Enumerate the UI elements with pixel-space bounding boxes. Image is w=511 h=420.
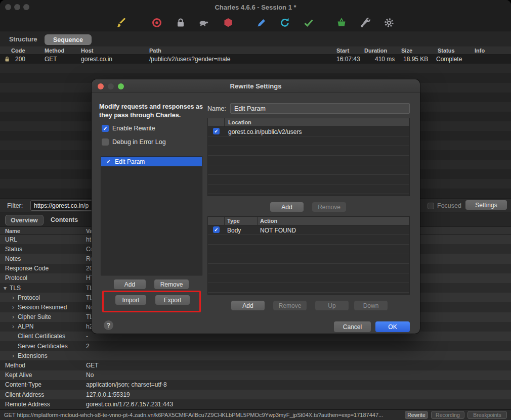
col-method[interactable]: Method xyxy=(45,48,64,54)
validate-check-icon[interactable] xyxy=(303,17,315,29)
location-add-button[interactable]: Add xyxy=(270,202,304,212)
chevron-right-icon[interactable]: › xyxy=(10,304,16,311)
tools-wrench-icon[interactable] xyxy=(359,17,371,29)
tab-overview[interactable]: Overview xyxy=(5,215,44,225)
detail-value: No xyxy=(86,370,511,380)
location-row[interactable]: gorest.co.in/public/v2/users xyxy=(208,127,409,136)
breakpoints-status-button[interactable]: Breakpoints xyxy=(467,411,507,419)
ok-button[interactable]: OK xyxy=(375,321,410,332)
location-table-body: gorest.co.in/public/v2/users xyxy=(208,127,409,196)
rules-add-button[interactable]: Add xyxy=(114,279,146,289)
col-size[interactable]: Size xyxy=(401,48,412,54)
detail-name: Kept Alive xyxy=(5,371,32,379)
detail-name: ALPN xyxy=(18,323,33,330)
action-row[interactable]: Body NOT FOUND xyxy=(208,225,409,235)
cell-host: gorest.co.in xyxy=(81,56,112,63)
action-checkbox[interactable] xyxy=(213,226,220,233)
rules-remove-button[interactable]: Remove xyxy=(154,279,189,289)
enable-rewrite-row: Enable Rewrite xyxy=(102,125,155,132)
col-host[interactable]: Host xyxy=(81,48,93,54)
action-remove-button[interactable]: Remove xyxy=(273,301,307,310)
col-start[interactable]: Start xyxy=(336,48,349,54)
status-bar: GET https://mplatform-mcloud-whch-s8-te-… xyxy=(0,409,511,420)
focused-label: Focused xyxy=(437,202,461,209)
action-up-button[interactable]: Up xyxy=(315,301,349,310)
detail-value: 2 xyxy=(86,341,511,351)
window-title: Charles 4.6.6 - Session 1 * xyxy=(0,4,511,11)
basket-icon[interactable] xyxy=(335,17,348,29)
detail-name: Remote Address xyxy=(5,401,50,408)
status-text: GET https://mplatform-mcloud-whch-s8-te-… xyxy=(4,412,383,418)
cell-method: GET xyxy=(45,56,57,63)
cell-status: Complete xyxy=(436,56,462,63)
table-row[interactable]: ›Extensions xyxy=(0,351,511,360)
enable-rewrite-checkbox[interactable] xyxy=(102,125,109,132)
location-table: Location gorest.co.in/public/v2/users xyxy=(207,118,410,196)
detail-name: Session Resumed xyxy=(18,304,67,311)
chevron-right-icon[interactable]: › xyxy=(10,352,16,359)
ssl-lock-icon[interactable] xyxy=(175,17,187,29)
record-icon[interactable] xyxy=(151,17,163,29)
action-add-button[interactable]: Add xyxy=(231,301,265,310)
repeat-refresh-icon[interactable] xyxy=(279,17,291,29)
chevron-down-icon[interactable]: ▾ xyxy=(2,285,8,292)
table-row[interactable]: MethodGET xyxy=(0,360,511,370)
col-code[interactable]: Code xyxy=(11,48,25,54)
rule-checkbox[interactable] xyxy=(105,158,112,165)
action-header[interactable]: Action xyxy=(260,218,277,224)
breakpoints-icon[interactable] xyxy=(222,17,234,29)
col-info[interactable]: Info xyxy=(475,48,485,54)
col-status[interactable]: Status xyxy=(438,48,455,54)
cell-duration: 410 ms xyxy=(375,56,395,63)
titlebar: Charles 4.6.6 - Session 1 * xyxy=(0,0,511,14)
settings-gear-icon[interactable] xyxy=(383,17,395,29)
action-down-button[interactable]: Down xyxy=(354,301,388,310)
chevron-right-icon[interactable]: › xyxy=(10,294,16,301)
table-row[interactable]: Server Certificates2 xyxy=(0,341,511,351)
tab-structure[interactable]: Structure xyxy=(9,36,37,43)
detail-name: Client Address xyxy=(5,391,44,398)
enable-rewrite-label: Enable Rewrite xyxy=(112,125,155,132)
session-table-header: Code Method Host Path Start Duration Siz… xyxy=(0,46,511,55)
name-input[interactable] xyxy=(230,103,410,114)
rewrite-rules-list: Edit Param xyxy=(101,156,202,275)
detail-name: Response Code xyxy=(5,265,49,272)
chevron-right-icon[interactable]: › xyxy=(10,313,16,320)
session-row[interactable]: 200 GET gorest.co.in /public/v2/users?ge… xyxy=(0,55,511,64)
col-duration[interactable]: Duration xyxy=(364,48,387,54)
cancel-button[interactable]: Cancel xyxy=(334,321,371,332)
focused-checkbox[interactable] xyxy=(428,203,434,209)
location-checkbox[interactable] xyxy=(213,128,220,134)
settings-button[interactable]: Settings xyxy=(465,200,507,210)
rewrite-status-button[interactable]: Rewrite xyxy=(405,411,428,419)
table-row[interactable]: Kept AliveNo xyxy=(0,370,511,380)
table-row[interactable]: Client Address127.0.0.1:55319 xyxy=(0,390,511,399)
debug-error-log-checkbox[interactable] xyxy=(102,138,109,146)
clear-session-icon[interactable] xyxy=(115,17,127,29)
detail-name: Extensions xyxy=(18,352,48,359)
table-row[interactable]: Content-Typeapplication/json; charset=ut… xyxy=(0,380,511,390)
detail-value: gorest.co.in/172.67.157.231:443 xyxy=(86,399,511,409)
chevron-right-icon[interactable]: › xyxy=(10,323,16,330)
filter-label: Filter: xyxy=(7,202,23,209)
cell-code: 200 xyxy=(15,56,25,63)
recording-status-button[interactable]: Recording xyxy=(431,411,464,419)
tab-sequence[interactable]: Sequence xyxy=(45,34,92,45)
location-header[interactable]: Location xyxy=(228,119,251,125)
col-path[interactable]: Path xyxy=(149,48,161,54)
location-remove-button[interactable]: Remove xyxy=(312,202,346,212)
compose-pencil-icon[interactable] xyxy=(256,17,268,29)
main-toolbar xyxy=(0,14,511,31)
help-button[interactable]: ? xyxy=(104,320,113,330)
action-table: Type Action Body NOT FOUND xyxy=(207,216,410,295)
dialog-title: Rewrite Settings xyxy=(92,82,420,90)
type-header[interactable]: Type xyxy=(227,218,240,224)
rule-item[interactable]: Edit Param xyxy=(101,157,202,166)
dialog-titlebar: Rewrite Settings xyxy=(92,79,420,93)
rewrite-settings-dialog: Rewrite Settings Modify requests and res… xyxy=(92,79,420,334)
throttle-turtle-icon[interactable] xyxy=(197,17,209,29)
col-name[interactable]: Name xyxy=(5,228,20,234)
table-row[interactable]: Remote Addressgorest.co.in/172.67.157.23… xyxy=(0,399,511,409)
annotation-highlight xyxy=(102,291,201,312)
tab-contents[interactable]: Contents xyxy=(51,216,78,223)
